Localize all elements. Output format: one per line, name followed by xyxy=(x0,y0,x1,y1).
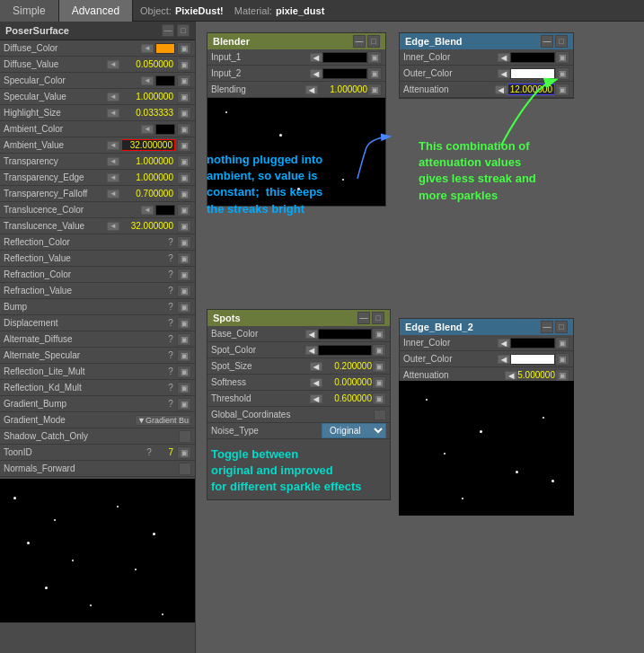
spots-threshold-connector[interactable]: ◄ xyxy=(310,394,322,403)
connector-translucence-color[interactable]: ◄ xyxy=(141,206,154,215)
connector-highlight-size[interactable]: ◄ xyxy=(107,109,119,118)
spots-base-end[interactable]: ▣ xyxy=(372,328,386,340)
edge2-attenuation-connector[interactable]: ◄ xyxy=(505,371,517,380)
blender-input1-connector[interactable]: ◄ xyxy=(310,53,322,62)
end-icon-translucence-value[interactable]: ▣ xyxy=(177,220,191,233)
spots-maximize[interactable]: □ xyxy=(372,312,384,324)
blender-input1-color[interactable] xyxy=(322,52,367,63)
end-icon-highlight-size[interactable]: ▣ xyxy=(177,107,191,119)
swatch-translucence-color[interactable] xyxy=(155,205,175,216)
edge1-attenuation-connector[interactable]: ◄ xyxy=(495,85,507,94)
dropdown-gradient-mode[interactable]: ▼Gradient Bu xyxy=(135,415,191,426)
connector-transparency-falloff[interactable]: ◄ xyxy=(107,190,119,199)
checkbox-normals-forward[interactable] xyxy=(179,463,191,475)
end-icon-reflection-lite-mult[interactable]: ▣ xyxy=(177,366,191,378)
material-dropdown[interactable]: pixie_dust xyxy=(276,5,324,16)
edge2-attenuation-end[interactable]: ▣ xyxy=(555,369,569,382)
connector-ambient-value[interactable]: ◄ xyxy=(107,141,119,150)
spots-base-connector[interactable]: ◄ xyxy=(305,330,318,339)
spots-minimize[interactable]: — xyxy=(357,312,370,324)
connector-translucence-value[interactable]: ◄ xyxy=(107,222,119,231)
connector-transparency[interactable]: ◄ xyxy=(107,157,119,166)
end-icon-alternate-specular[interactable]: ▣ xyxy=(177,349,191,362)
edge1-attenuation-value[interactable]: 12.000000 xyxy=(507,84,555,95)
spots-softness-end[interactable]: ▣ xyxy=(372,376,386,389)
spots-threshold-end[interactable]: ▣ xyxy=(372,393,386,405)
end-icon-bump[interactable]: ▣ xyxy=(177,301,191,313)
end-icon-diffuse-value[interactable]: ▣ xyxy=(177,58,191,71)
blender-input1-end[interactable]: ▣ xyxy=(367,51,382,64)
end-icon-reflection-kd-mult[interactable]: ▣ xyxy=(177,382,191,394)
edge2-inner-connector[interactable]: ◄ xyxy=(498,339,510,348)
edge2-minimize[interactable]: — xyxy=(541,321,553,333)
end-icon-ambient-color[interactable]: ▣ xyxy=(177,123,191,136)
swatch-diffuse-color[interactable] xyxy=(155,43,175,54)
end-icon-refraction-value[interactable]: ▣ xyxy=(177,285,191,297)
swatch-specular-color[interactable] xyxy=(155,75,175,86)
edge2-outer-end[interactable]: ▣ xyxy=(555,353,569,366)
edge2-outer-connector[interactable]: ◄ xyxy=(498,355,510,364)
edge1-minimize[interactable]: — xyxy=(541,35,553,48)
edge1-attenuation-end[interactable]: ▣ xyxy=(555,84,569,96)
spots-spot-color: Spot_Color ◄ ▣ xyxy=(207,342,390,358)
blender-maximize[interactable]: □ xyxy=(367,35,380,48)
checkbox-global-coords[interactable] xyxy=(374,410,386,420)
end-icon-refraction-color[interactable]: ▣ xyxy=(177,269,191,281)
spots-spot-connector[interactable]: ◄ xyxy=(305,346,318,355)
end-icon-displacement[interactable]: ▣ xyxy=(177,317,191,330)
blender-input2-end[interactable]: ▣ xyxy=(367,67,382,80)
end-icon-specular-value[interactable]: ▣ xyxy=(177,91,191,103)
select-noise-type[interactable]: Original Improved xyxy=(322,423,386,438)
blender-blending-end[interactable]: ▣ xyxy=(367,84,382,96)
edge1-outer-end[interactable]: ▣ xyxy=(555,67,569,80)
end-icon-specular-color[interactable]: ▣ xyxy=(177,75,191,87)
connector-diffuse-value[interactable]: ◄ xyxy=(107,60,119,69)
maximize-icon[interactable]: □ xyxy=(177,24,190,37)
edge2-inner-swatch[interactable] xyxy=(510,338,555,349)
spots-size-end[interactable]: ▣ xyxy=(372,360,386,373)
edge2-outer-swatch[interactable] xyxy=(510,354,555,365)
edge-blend-1-title: Edge_Blend xyxy=(405,36,463,47)
edge2-inner-end[interactable]: ▣ xyxy=(555,337,569,349)
end-icon-reflection-color[interactable]: ▣ xyxy=(177,236,191,249)
edge2-attenuation-value[interactable]: 5.000000 xyxy=(517,370,555,380)
edge1-inner-swatch[interactable] xyxy=(510,52,555,63)
blender-input2-connector[interactable]: ◄ xyxy=(310,69,322,78)
end-icon-alternate-diffuse[interactable]: ▣ xyxy=(177,333,191,346)
end-icon-ambient-value[interactable]: ▣ xyxy=(177,139,191,152)
spots-softness-connector[interactable]: ◄ xyxy=(310,378,322,387)
connector-specular-color[interactable]: ◄ xyxy=(141,76,154,85)
swatch-ambient-color[interactable] xyxy=(155,124,175,135)
blender-blending-connector[interactable]: ◄ xyxy=(305,85,318,94)
edge1-inner-connector[interactable]: ◄ xyxy=(498,53,510,62)
edge1-inner-end[interactable]: ▣ xyxy=(555,51,569,64)
edge2-maximize[interactable]: □ xyxy=(555,321,568,333)
end-icon-transparency-falloff[interactable]: ▣ xyxy=(177,188,191,200)
end-icon-transparency[interactable]: ▣ xyxy=(177,155,191,168)
value-ambient-value[interactable]: 32.000000 xyxy=(121,139,175,151)
end-icon-reflection-value[interactable]: ▣ xyxy=(177,252,191,265)
end-icon-translucence-color[interactable]: ▣ xyxy=(177,204,191,216)
spots-base-swatch[interactable] xyxy=(318,329,372,340)
end-icon-diffuse-color[interactable]: ▣ xyxy=(177,42,191,55)
edge1-outer-swatch[interactable] xyxy=(510,68,555,79)
edge1-outer-connector[interactable]: ◄ xyxy=(498,69,510,78)
minimize-icon[interactable]: — xyxy=(162,24,174,37)
tab-simple[interactable]: Simple xyxy=(0,0,59,22)
blender-input2-color[interactable] xyxy=(322,68,367,79)
connector-ambient-color[interactable]: ◄ xyxy=(141,125,154,134)
spots-spot-end[interactable]: ▣ xyxy=(372,344,386,357)
spots-size-connector[interactable]: ◄ xyxy=(310,362,322,371)
connector-diffuse-color[interactable]: ◄ xyxy=(141,44,154,53)
checkbox-shadow-catch-only[interactable] xyxy=(179,430,191,443)
end-icon-transparency-edge[interactable]: ▣ xyxy=(177,172,191,184)
end-icon-toon-id[interactable]: ▣ xyxy=(177,446,191,459)
object-dropdown[interactable]: PixieDust! xyxy=(175,5,224,16)
tab-advanced[interactable]: Advanced xyxy=(59,0,133,22)
connector-specular-value[interactable]: ◄ xyxy=(107,93,119,101)
spots-spot-swatch[interactable] xyxy=(318,345,372,356)
blender-minimize[interactable]: — xyxy=(353,35,366,48)
edge1-maximize[interactable]: □ xyxy=(555,35,568,48)
connector-transparency-edge[interactable]: ◄ xyxy=(107,173,119,182)
end-icon-gradient-bump[interactable]: ▣ xyxy=(177,398,191,410)
